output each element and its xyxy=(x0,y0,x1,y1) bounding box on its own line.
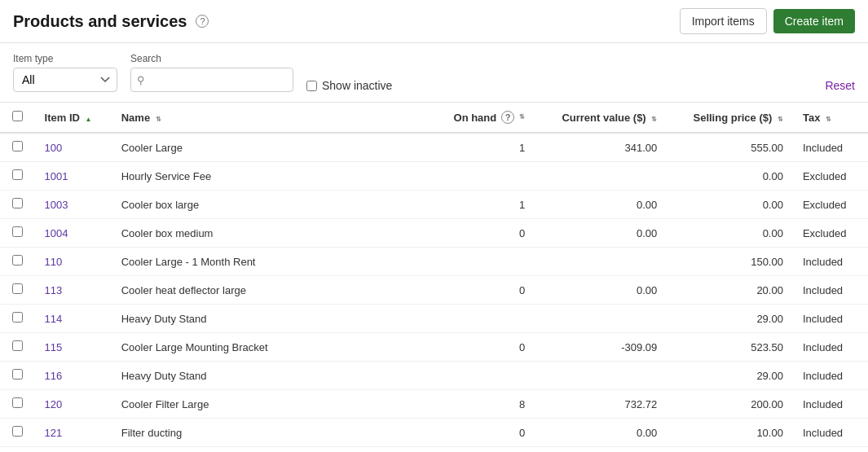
row-id[interactable]: 100 xyxy=(35,133,112,162)
header-actions: Import items Create item xyxy=(680,8,855,34)
search-input[interactable] xyxy=(130,68,293,92)
row-checkbox-cell xyxy=(0,362,35,390)
show-inactive-checkbox-group: Show inactive xyxy=(306,79,392,92)
row-id[interactable]: 1001 xyxy=(35,162,112,191)
row-id[interactable]: 110 xyxy=(35,248,112,276)
col-header-curval[interactable]: Current value ($) ⇅ xyxy=(535,103,667,133)
sort-icon-curval: ⇅ xyxy=(651,116,657,123)
table-row: 110 Cooler Large - 1 Month Rent 150.00 I… xyxy=(0,248,868,276)
row-name: Filter ducting xyxy=(112,419,430,447)
row-selling: 0.00 xyxy=(667,219,793,248)
row-tax: Included xyxy=(793,248,868,276)
col-header-selling[interactable]: Selling price ($) ⇅ xyxy=(667,103,793,133)
onhand-help-icon[interactable]: ? xyxy=(501,111,514,124)
table-row: 121 Filter ducting 0 0.00 10.00 Included xyxy=(0,419,868,447)
row-checkbox-cell xyxy=(0,133,35,162)
row-checkbox-cell xyxy=(0,276,35,305)
row-id[interactable]: 1003 xyxy=(35,191,112,219)
row-checkbox-cell xyxy=(0,248,35,276)
row-curval: -309.09 xyxy=(535,333,667,362)
row-id[interactable]: 1004 xyxy=(35,219,112,248)
row-selling: 29.00 xyxy=(667,305,793,333)
row-id[interactable]: 121 xyxy=(35,419,112,447)
row-id[interactable]: 115 xyxy=(35,333,112,362)
row-onhand: 0 xyxy=(430,276,535,305)
import-items-button[interactable]: Import items xyxy=(680,8,767,34)
row-checkbox[interactable] xyxy=(12,312,23,323)
sort-icon-onhand: ⇅ xyxy=(519,114,525,121)
row-checkbox[interactable] xyxy=(12,397,23,408)
row-curval xyxy=(535,362,667,390)
row-checkbox-cell xyxy=(0,419,35,447)
item-type-label: Item type xyxy=(13,53,117,64)
row-selling: 29.00 xyxy=(667,362,793,390)
create-item-button[interactable]: Create item xyxy=(773,9,855,33)
header-left: Products and services ? xyxy=(13,12,209,31)
row-id[interactable]: 120 xyxy=(35,390,112,419)
row-curval: 0.00 xyxy=(535,191,667,219)
item-type-select[interactable]: All Inventory Non-inventory Service xyxy=(13,68,117,92)
row-onhand: 0 xyxy=(430,333,535,362)
row-tax: Excluded xyxy=(793,162,868,191)
table-row: 113 Cooler heat deflector large 0 0.00 2… xyxy=(0,276,868,305)
row-name: Cooler Large xyxy=(112,133,430,162)
row-checkbox[interactable] xyxy=(12,340,23,351)
select-all-header xyxy=(0,103,35,133)
row-tax: Included xyxy=(793,305,868,333)
row-checkbox[interactable] xyxy=(12,283,23,294)
row-curval: 732.72 xyxy=(535,390,667,419)
row-checkbox[interactable] xyxy=(12,169,23,180)
row-checkbox-cell xyxy=(0,162,35,191)
col-header-onhand[interactable]: On hand ? ⇅ xyxy=(430,103,535,133)
row-selling: 0.00 xyxy=(667,162,793,191)
row-checkbox-cell xyxy=(0,333,35,362)
help-icon[interactable]: ? xyxy=(196,15,209,28)
row-tax: Included xyxy=(793,276,868,305)
col-header-id[interactable]: Item ID ▲ xyxy=(35,103,112,133)
col-header-name[interactable]: Name ⇅ xyxy=(112,103,430,133)
row-checkbox[interactable] xyxy=(12,426,23,437)
row-name: Cooler Filter Large xyxy=(112,390,430,419)
col-header-tax[interactable]: Tax ⇅ xyxy=(793,103,868,133)
show-inactive-label[interactable]: Show inactive xyxy=(322,79,392,92)
row-id[interactable]: 116 xyxy=(35,362,112,390)
row-tax: Included xyxy=(793,333,868,362)
search-label: Search xyxy=(130,53,293,64)
row-name: Cooler Large Mounting Bracket xyxy=(112,333,430,362)
sort-icon-tax: ⇅ xyxy=(826,116,831,123)
row-checkbox-cell xyxy=(0,390,35,419)
products-table: Item ID ▲ Name ⇅ On hand ? ⇅ xyxy=(0,103,868,447)
table-row: 1004 Cooler box medium 0 0.00 0.00 Exclu… xyxy=(0,219,868,248)
row-onhand: 1 xyxy=(430,133,535,162)
show-inactive-checkbox[interactable] xyxy=(306,81,317,91)
row-onhand xyxy=(430,305,535,333)
row-onhand: 8 xyxy=(430,390,535,419)
reset-link[interactable]: Reset xyxy=(825,79,855,92)
row-tax: Excluded xyxy=(793,191,868,219)
search-input-container: ⚲ xyxy=(130,68,293,92)
select-all-checkbox[interactable] xyxy=(12,111,23,121)
row-checkbox[interactable] xyxy=(12,369,23,380)
row-checkbox[interactable] xyxy=(12,226,23,237)
row-name: Cooler box large xyxy=(112,191,430,219)
row-tax: Included xyxy=(793,362,868,390)
row-name: Cooler heat deflector large xyxy=(112,276,430,305)
row-checkbox[interactable] xyxy=(12,198,23,208)
row-id[interactable]: 114 xyxy=(35,305,112,333)
row-curval: 341.00 xyxy=(535,133,667,162)
table-row: 114 Heavy Duty Stand 29.00 Included xyxy=(0,305,868,333)
row-id[interactable]: 113 xyxy=(35,276,112,305)
row-checkbox[interactable] xyxy=(12,255,23,265)
row-name: Hourly Service Fee xyxy=(112,162,430,191)
row-curval xyxy=(535,162,667,191)
row-onhand: 0 xyxy=(430,419,535,447)
row-selling: 555.00 xyxy=(667,133,793,162)
row-tax: Included xyxy=(793,419,868,447)
row-curval: 0.00 xyxy=(535,419,667,447)
row-checkbox[interactable] xyxy=(12,141,23,151)
row-selling: 200.00 xyxy=(667,390,793,419)
row-name: Cooler box medium xyxy=(112,219,430,248)
search-icon: ⚲ xyxy=(137,74,145,86)
row-selling: 10.00 xyxy=(667,419,793,447)
item-type-filter: Item type All Inventory Non-inventory Se… xyxy=(13,53,117,92)
